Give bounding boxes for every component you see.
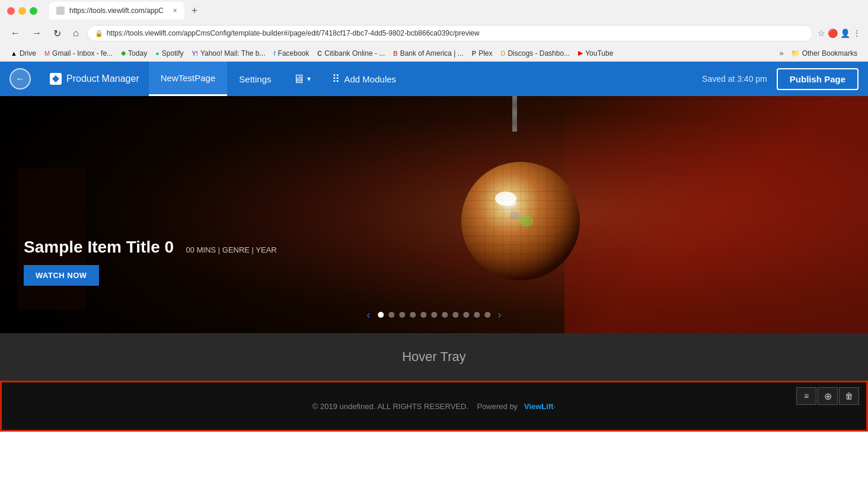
device-selector[interactable]: 🖥 ▾ — [283, 62, 320, 96]
bookmark-facebook[interactable]: f Facebook — [270, 48, 313, 59]
product-manager-label: Product Manager — [66, 74, 139, 84]
extensions-button[interactable]: 🔴 — [828, 28, 838, 38]
carousel-dot-8[interactable] — [452, 312, 458, 318]
tab-settings[interactable]: Settings — [227, 62, 283, 96]
forward-button[interactable]: → — [28, 25, 45, 41]
bookmark-discogs[interactable]: D Discogs - Dashbo... — [497, 48, 573, 59]
menu-button[interactable]: ⋮ — [853, 28, 861, 38]
yahoo-icon: Y! — [192, 50, 197, 57]
back-to-cms-button[interactable]: ← — [9, 68, 31, 90]
address-bar[interactable]: 🔒 — [87, 25, 813, 42]
carousel-dot-2[interactable] — [388, 312, 394, 318]
gmail-icon: M — [44, 50, 50, 57]
carousel-prev-button[interactable]: ‹ — [364, 308, 373, 321]
back-button[interactable]: ← — [7, 25, 24, 41]
bookmark-spotify[interactable]: ● Spotify — [152, 48, 187, 59]
bookmark-star-button[interactable]: ☆ — [818, 28, 825, 38]
disco-ball — [455, 156, 586, 286]
plex-icon: P — [472, 50, 476, 57]
bookmark-youtube[interactable]: ▶ YouTube — [575, 48, 617, 59]
folder-icon: 📁 — [791, 49, 800, 58]
product-manager-icon — [50, 73, 62, 85]
add-modules-label: Add Modules — [344, 74, 397, 84]
app-toolbar: ← Product Manager NewTestPage Settings 🖥… — [0, 62, 868, 96]
product-manager-button[interactable]: Product Manager — [40, 68, 149, 90]
bookmark-plex[interactable]: P Plex — [468, 48, 496, 59]
svg-point-20 — [507, 200, 516, 206]
monitor-icon: 🖥 — [293, 72, 305, 86]
citibank-icon: C — [317, 50, 322, 57]
facebook-icon: f — [274, 50, 276, 57]
boa-icon: B — [393, 50, 397, 57]
carousel-dot-1[interactable] — [378, 312, 384, 318]
carousel-dot-10[interactable] — [474, 312, 480, 318]
footer-content: © 2019 undefined. ALL RIGHTS RESERVED. P… — [2, 382, 866, 430]
publish-page-button[interactable]: Publish Page — [777, 68, 859, 90]
browser-tab-active[interactable]: https://tools.viewlift.com/appC × — [49, 2, 184, 20]
hero-content: Sample Item Title 0 00 MINS | GENRE | YE… — [24, 238, 277, 286]
svg-point-21 — [519, 215, 534, 227]
bookmark-yahoo[interactable]: Y! Yahoo! Mail: The b... — [188, 48, 269, 59]
carousel-dot-7[interactable] — [442, 312, 448, 318]
home-button[interactable]: ⌂ — [69, 25, 82, 41]
footer-copyright: © 2019 undefined. ALL RIGHTS RESERVED. P… — [312, 402, 556, 411]
title-bar: https://tools.viewlift.com/appC × + — [0, 0, 868, 21]
profile-button[interactable]: 👤 — [840, 28, 850, 38]
bookmark-drive[interactable]: ▲ Drive — [7, 48, 40, 59]
tab-bar: https://tools.viewlift.com/appC × + — [42, 1, 861, 21]
hover-tray-label: Hover Tray — [402, 349, 466, 365]
carousel-dot-9[interactable] — [463, 312, 469, 318]
carousel-dot-5[interactable] — [420, 312, 426, 318]
carousel-dot-6[interactable] — [431, 312, 437, 318]
bookmark-today[interactable]: ◆ Today — [117, 48, 151, 59]
hero-background — [0, 96, 868, 333]
bookmark-boa[interactable]: B Bank of America | ... — [390, 48, 467, 59]
hero-title: Sample Item Title 0 — [24, 238, 174, 256]
browser-chrome: https://tools.viewlift.com/appC × + ← → … — [0, 0, 868, 62]
bookmarks-bar: ▲ Drive M Gmail - Inbox - fe... ◆ Today … — [0, 45, 868, 62]
carousel-dot-4[interactable] — [410, 312, 416, 318]
footer-section: © 2019 undefined. ALL RIGHTS RESERVED. P… — [0, 381, 868, 432]
saved-status: Saved at 3:40 pm — [702, 74, 767, 84]
add-modules-button[interactable]: ⠿ Add Modules — [320, 62, 409, 96]
hero-section: Sample Item Title 0 00 MINS | GENRE | YE… — [0, 96, 868, 333]
maximize-window-button[interactable] — [30, 7, 37, 15]
svg-point-22 — [510, 211, 519, 219]
tab-newtestpage-label: NewTestPage — [161, 73, 216, 83]
refresh-button[interactable]: ↻ — [50, 25, 65, 42]
spotify-icon: ● — [155, 50, 159, 57]
new-tab-button[interactable]: + — [187, 5, 203, 17]
footer-settings-button[interactable]: ≡ — [796, 387, 816, 405]
bookmark-gmail[interactable]: M Gmail - Inbox - fe... — [41, 48, 116, 59]
footer-brand: ViewLift — [524, 402, 554, 411]
carousel-dot-3[interactable] — [399, 312, 405, 318]
footer-delete-button[interactable]: 🗑 — [839, 387, 859, 405]
hero-meta: 00 MINS | GENRE | YEAR — [186, 245, 277, 254]
tab-new-test-page[interactable]: NewTestPage — [149, 62, 228, 96]
bookmarks-more[interactable]: » — [777, 49, 786, 58]
today-icon: ◆ — [121, 49, 126, 57]
tab-settings-label: Settings — [239, 74, 271, 84]
grid-icon: ⠿ — [332, 72, 340, 85]
close-window-button[interactable] — [7, 7, 15, 15]
footer-move-button[interactable]: ⊕ — [818, 387, 838, 405]
back-arrow-icon: ← — [15, 74, 25, 84]
minimize-window-button[interactable] — [18, 7, 26, 15]
carousel-dot-11[interactable] — [484, 312, 490, 318]
url-input[interactable] — [107, 29, 805, 37]
address-bar-actions: ☆ 🔴 👤 ⋮ — [818, 28, 861, 38]
footer-action-buttons: ≡ ⊕ 🗑 — [796, 387, 859, 405]
discogs-icon: D — [500, 50, 505, 57]
trash-icon: 🗑 — [845, 391, 853, 401]
chevron-down-icon: ▾ — [307, 75, 311, 83]
traffic-lights — [7, 7, 37, 15]
hover-tray: Hover Tray — [0, 333, 868, 381]
tab-title: https://tools.viewlift.com/appC — [69, 7, 164, 15]
tab-close-btn[interactable]: × — [173, 7, 177, 15]
tab-favicon — [56, 7, 65, 15]
carousel-next-button[interactable]: › — [495, 308, 504, 321]
carousel-controls: ‹ › — [364, 308, 503, 321]
bookmark-folder-other[interactable]: 📁 Other Bookmarks — [787, 48, 861, 59]
watch-now-button[interactable]: WATCH NOW — [24, 265, 99, 286]
bookmark-citibank[interactable]: C Citibank Online - ... — [314, 48, 388, 59]
